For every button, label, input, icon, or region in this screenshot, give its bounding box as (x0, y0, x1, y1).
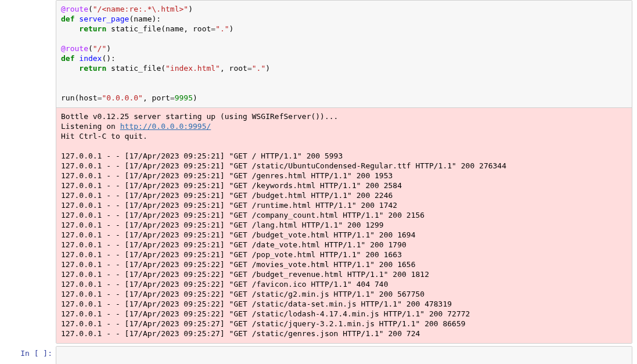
input-prompt: In [ ]: (5, 346, 56, 358)
code-input-area[interactable] (56, 347, 632, 364)
output-line: Listening on (61, 122, 120, 131)
code-block: @route("/<name:re:.*\.html>") def server… (61, 4, 627, 103)
cell-body (56, 346, 632, 364)
decorator: @route (61, 5, 88, 13)
empty-code-cell: In [ ]: (0, 346, 637, 364)
access-log: 127.0.0.1 - - [17/Apr/2023 09:25:21] "GE… (61, 152, 506, 338)
code-cell: @route("/<name:re:.*\.html>") def server… (0, 0, 637, 344)
input-prompt (5, 0, 56, 3)
notebook: @route("/<name:re:.*\.html>") def server… (0, 0, 637, 364)
server-url-link[interactable]: http://0.0.0.0:9995/ (120, 122, 211, 131)
cell-body: @route("/<name:re:.*\.html>") def server… (56, 0, 632, 344)
output-line: Hit Ctrl-C to quit. (61, 132, 147, 140)
code-input-area[interactable]: @route("/<name:re:.*\.html>") def server… (56, 1, 632, 107)
output-line: Bottle v0.12.25 server starting up (usin… (61, 112, 338, 121)
stderr-output-area: Bottle v0.12.25 server starting up (usin… (56, 107, 632, 343)
output-text: Bottle v0.12.25 server starting up (usin… (61, 111, 627, 338)
